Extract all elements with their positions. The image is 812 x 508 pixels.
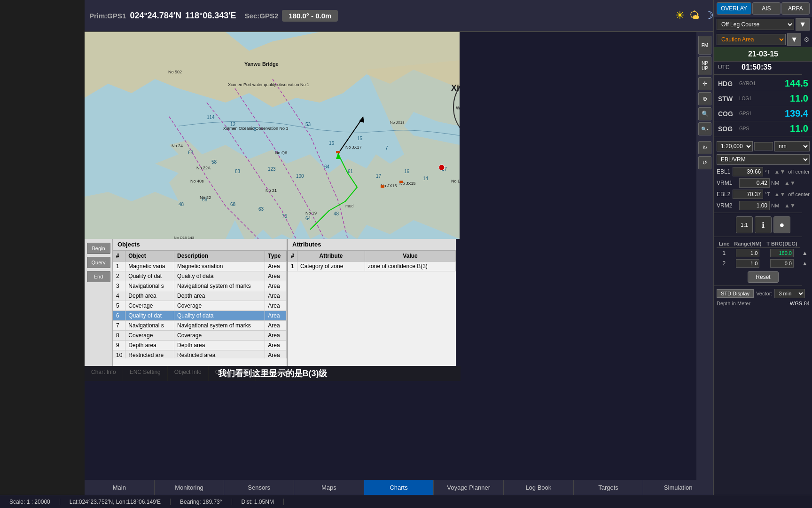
sun-icon[interactable]: ☀ — [675, 9, 685, 22]
svg-text:15: 15 — [357, 136, 363, 141]
cog-row: COG GPS1 139.4 — [714, 106, 812, 121]
fm-icon[interactable]: FM — [698, 36, 711, 55]
line2-tbrg[interactable] — [770, 259, 794, 268]
info-btn[interactable]: ℹ — [755, 216, 772, 233]
arpa-button[interactable]: ARPA — [781, 2, 810, 15]
ebl-vrm-row: EBL/VRM — [714, 153, 812, 166]
off-leg-course-row: Off Leg Course ▼ — [714, 17, 812, 32]
main-tab[interactable]: Main — [85, 480, 155, 495]
table-row[interactable]: 3Navigational sNavigational system of ma… — [113, 281, 287, 291]
vector-select[interactable]: 3 min — [774, 289, 805, 298]
line1-tbrg[interactable] — [770, 249, 794, 257]
scale-status: Scale: 1 : 20000 — [0, 499, 60, 505]
ebl2-label: EBL2 — [717, 191, 731, 198]
objects-table-scroll[interactable]: # Object Description Type 1Magnetic vari… — [113, 250, 287, 358]
log-book-tab[interactable]: Log Book — [504, 480, 574, 495]
line2-num: 2 — [717, 258, 732, 269]
ebl1-input[interactable] — [733, 167, 763, 176]
table-row[interactable]: 2Quality of datQuality of dataArea — [113, 271, 287, 281]
line1-range[interactable] — [736, 249, 759, 257]
table-row[interactable]: 8CoverageCoverageArea — [113, 331, 287, 341]
map-area: 114 12 8 68 58 83 123 100 64 61 17 16 14… — [85, 32, 460, 239]
maps-tab[interactable]: Maps — [294, 480, 364, 495]
targets-tab[interactable]: Targets — [574, 480, 644, 495]
ebl-vrm-select[interactable]: EBL/VRM — [717, 154, 810, 165]
voyage-planner-tab[interactable]: Voyage Planner — [434, 480, 504, 495]
stw-label: STW — [718, 95, 739, 103]
off-leg-course-select[interactable]: Off Leg Course — [717, 19, 794, 30]
attr-table-row[interactable]: 1Category of zonezone of confidence B(3) — [288, 262, 456, 271]
hdg-label: HDG — [718, 80, 739, 87]
zoom-in-icon[interactable]: 🔍 — [698, 107, 711, 120]
std-display-button[interactable]: STD Display — [717, 289, 754, 298]
ebl2-row: EBL2 °T ▲▼ off center — [714, 189, 812, 200]
svg-text:48: 48 — [179, 202, 184, 207]
attr-col-attribute: Attribute — [297, 251, 365, 262]
caution-area-arrow[interactable]: ▼ — [787, 33, 801, 46]
table-row[interactable]: 9Depth areaDepth areaArea — [113, 341, 287, 350]
svg-text:16: 16 — [329, 141, 335, 146]
simulation-tab[interactable]: Simulation — [643, 480, 713, 495]
partial-sun-icon[interactable]: 🌤 — [689, 9, 700, 22]
sensors-tab[interactable]: Sensors — [224, 480, 294, 495]
crosshair-icon[interactable]: ⊕ — [698, 92, 711, 105]
ais-button[interactable]: AIS — [752, 2, 781, 15]
table-row[interactable]: 4Depth areaDepth areaArea — [113, 291, 287, 301]
ratio-1-1-btn[interactable]: 1:1 — [736, 216, 753, 233]
line2-range[interactable] — [736, 259, 759, 268]
monitoring-tab[interactable]: Monitoring — [155, 480, 225, 495]
line1-num: 1 — [717, 248, 732, 259]
utc-row: UTC 01:50:35 — [714, 62, 812, 73]
undo-icon[interactable]: ↺ — [698, 156, 711, 169]
objects-header: Objects — [113, 239, 287, 250]
vrm2-input[interactable] — [739, 201, 770, 210]
col-num: # — [113, 251, 125, 262]
line-col-tbrg: T BRG(DEG) — [764, 240, 800, 248]
caution-area-select[interactable]: Caution Area — [717, 34, 786, 45]
vrm1-input[interactable] — [739, 178, 770, 188]
depth-row: Depth in Meter WGS-84 — [714, 300, 812, 307]
moon-icon[interactable]: ☽ — [704, 9, 714, 22]
overlay-button[interactable]: OVERLAY — [717, 2, 751, 15]
range-unit-select[interactable]: nm — [774, 141, 810, 151]
svg-rect-69 — [381, 185, 384, 188]
cursor-icon[interactable]: ✛ — [698, 77, 711, 90]
circle-btn[interactable]: ● — [773, 216, 790, 233]
cog-sub: GPS1 — [739, 111, 760, 116]
redo-icon[interactable]: ↻ — [698, 141, 711, 154]
query-button[interactable]: Query — [87, 257, 110, 268]
svg-rect-70 — [399, 181, 403, 183]
ebl2-input[interactable] — [733, 190, 763, 199]
left-sidebar — [0, 0, 85, 495]
table-row[interactable]: 5CoverageCoverageArea — [113, 301, 287, 311]
reset-button[interactable]: Reset — [748, 271, 778, 283]
cog-label: COG — [718, 110, 739, 118]
svg-text:W: W — [456, 105, 460, 111]
vrm1-row: VRM1 NM ▲▼ — [714, 177, 812, 189]
table-row[interactable]: 1Magnetic variaMagnetic variationArea — [113, 262, 287, 271]
end-button[interactable]: End — [87, 271, 110, 282]
prim-gps-label: Prim:GPS1 — [89, 12, 126, 20]
table-row[interactable]: 7Navigational sNavigational system of ma… — [113, 321, 287, 331]
settings-icon[interactable]: ⚙ — [804, 36, 810, 43]
table-row[interactable]: 6Quality of datQuality of dataArea — [113, 311, 287, 321]
ebl1-extra: off center — [787, 169, 810, 175]
off-leg-course-arrow[interactable]: ▼ — [796, 18, 810, 31]
charts-tab[interactable]: Charts — [364, 480, 434, 495]
scale-select[interactable]: 1:20,000 — [717, 141, 753, 151]
vrm2-label: VRM2 — [717, 202, 738, 209]
hdg-sub: GYRO1 — [739, 81, 760, 86]
svg-text:48: 48 — [334, 211, 339, 216]
table-row[interactable]: 10Restricted areRestricted areaArea — [113, 350, 287, 359]
begin-button[interactable]: Begin — [87, 243, 110, 254]
np-up-icon[interactable]: NPUP — [698, 56, 711, 75]
bearing-status: Bearing: 189.73° — [171, 499, 232, 505]
dist-status: Dist: 1.05NM — [232, 499, 284, 505]
zoom-out-icon[interactable]: 🔍- — [698, 122, 711, 135]
range-input[interactable] — [754, 142, 773, 151]
svg-text:No Q6: No Q6 — [275, 151, 287, 155]
line-table-container: Line Range(NM) T BRG(DEG) 1 ▲ 2 ▲ — [714, 238, 812, 270]
line2-up-icon[interactable]: ▲ — [802, 260, 808, 267]
line1-up-icon[interactable]: ▲ — [802, 250, 808, 256]
hdg-row: HDG GYRO1 144.5 — [714, 76, 812, 91]
